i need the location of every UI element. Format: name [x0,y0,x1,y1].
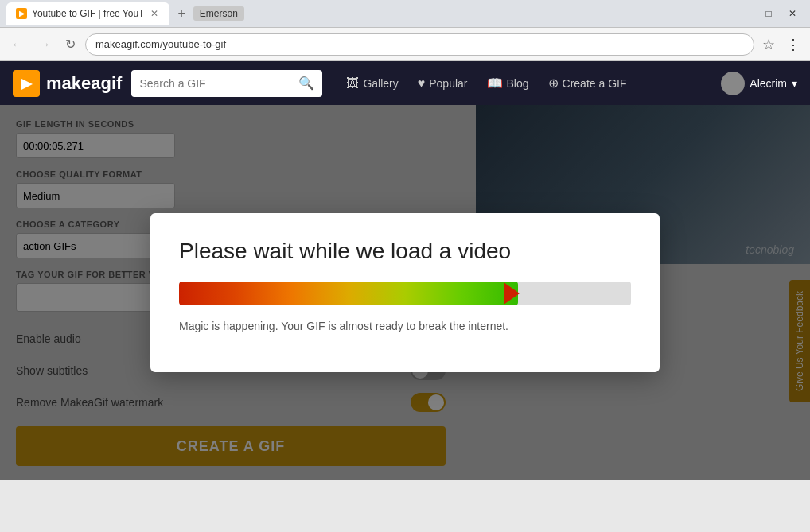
nav-gallery[interactable]: 🖼 Gallery [338,72,406,95]
new-tab-button[interactable]: + [173,6,189,21]
popular-icon: ♥ [418,76,426,91]
address-text: makeagif.com/youtube-to-gif [95,38,226,50]
user-name-label: Alecrim [750,77,787,90]
nav-gallery-label: Gallery [363,77,398,90]
progress-arrow-icon [504,282,520,305]
nav-blog-label: Blog [507,77,529,90]
main-content: tecnoblog GIF LENGTH IN SECONDS CHOOSE Q… [0,105,810,480]
tab-favicon: ▶ [16,8,27,19]
tab-close-button[interactable]: ✕ [149,8,160,19]
header-nav: 🖼 Gallery ♥ Popular 📖 Blog ⊕ Create a GI… [338,71,634,95]
forward-button[interactable]: → [33,34,56,55]
site-header: ▶ makeagif 🔍 🖼 Gallery ♥ Popular 📖 Blog … [0,61,810,105]
modal-title: Please wait while we load a video [179,239,631,264]
create-icon: ⊕ [548,76,559,91]
browser-tab[interactable]: ▶ Youtube to GIF | free YouT ✕ [6,2,169,25]
tab-title: Youtube to GIF | free YouT [32,8,144,19]
header-user[interactable]: Alecrim ▾ [721,72,797,95]
modal-subtitle: Magic is happening. Your GIF is almost r… [179,320,631,332]
user-pill: Emerson [193,6,244,21]
menu-button[interactable]: ⋮ [783,33,804,56]
progress-bar-fill [179,282,518,305]
blog-icon: 📖 [487,76,503,91]
logo-text: makeagif [46,73,122,94]
search-icon: 🔍 [298,76,314,91]
gallery-icon: 🖼 [346,76,359,91]
modal-box: Please wait while we load a video Magic … [150,213,660,372]
nav-create-label: Create a GIF [563,77,627,90]
header-search[interactable]: 🔍 [131,70,322,97]
browser-addressbar: ← → ↻ makeagif.com/youtube-to-gif ☆ ⋮ [0,28,810,61]
bookmark-button[interactable]: ☆ [759,33,778,56]
progress-bar-container [179,282,631,305]
modal-overlay: Please wait while we load a video Magic … [0,105,810,480]
search-input[interactable] [139,77,294,90]
logo-box: ▶ makeagif [13,70,122,97]
minimize-button[interactable]: ─ [734,5,756,22]
user-dropdown-icon: ▾ [792,77,797,90]
maximize-button[interactable]: □ [757,5,780,22]
logo-icon: ▶ [13,70,40,97]
nav-create[interactable]: ⊕ Create a GIF [540,71,635,95]
window-controls: ─ □ ✕ [734,5,804,22]
nav-popular-label: Popular [429,77,467,90]
avatar [721,72,745,95]
reload-button[interactable]: ↻ [60,33,80,55]
app-wrapper: ▶ makeagif 🔍 🖼 Gallery ♥ Popular 📖 Blog … [0,61,810,532]
browser-titlebar: ▶ Youtube to GIF | free YouT ✕ + Emerson… [0,0,810,28]
nav-popular[interactable]: ♥ Popular [410,72,476,95]
back-button[interactable]: ← [6,34,29,55]
address-bar[interactable]: makeagif.com/youtube-to-gif [85,33,754,56]
nav-blog[interactable]: 📖 Blog [479,71,537,95]
close-button[interactable]: ✕ [781,5,804,22]
